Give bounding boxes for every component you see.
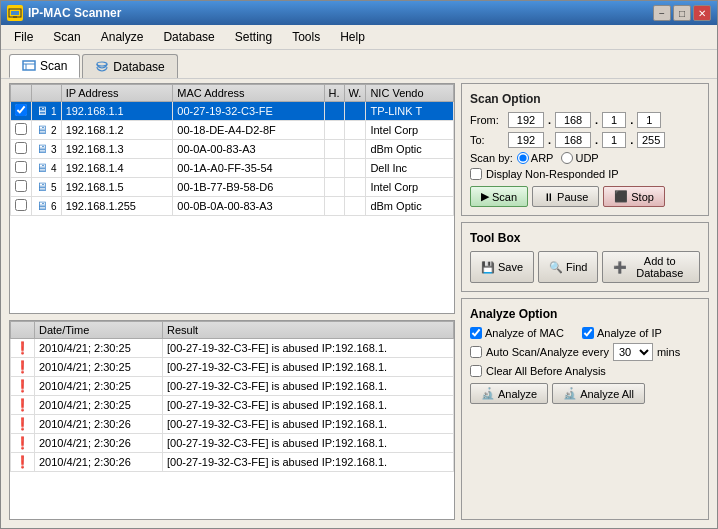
find-button[interactable]: 🔍 Find	[538, 251, 598, 283]
analyze-mac-label: Analyze of MAC	[485, 327, 564, 339]
menu-setting[interactable]: Setting	[226, 27, 281, 47]
table-row[interactable]: 🖥 3 192.168.1.3 00-0A-00-83-A3 dBm Optic	[11, 140, 454, 159]
database-tab-icon	[95, 60, 109, 74]
row-checkbox[interactable]	[15, 142, 27, 154]
analyze-button[interactable]: 🔬 Analyze	[470, 383, 548, 404]
alert-icon: ❗	[15, 455, 30, 469]
table-row[interactable]: 🖥 5 192.168.1.5 00-1B-77-B9-58-D6 Intel …	[11, 178, 454, 197]
row-mac: 00-1A-A0-FF-35-54	[173, 159, 324, 178]
to-ip-3[interactable]	[602, 132, 626, 148]
col-h: H.	[324, 85, 344, 102]
auto-scan-row: Auto Scan/Analyze every 30 60 120 mins	[470, 343, 700, 361]
from-ip-2[interactable]	[555, 112, 591, 128]
scan-table: IP Address MAC Address H. W. NIC Vendo 🖥…	[10, 84, 454, 216]
row-ip: 192.168.1.4	[61, 159, 173, 178]
auto-scan-interval[interactable]: 30 60 120	[613, 343, 653, 361]
row-w	[344, 102, 366, 121]
to-ip-1[interactable]	[508, 132, 544, 148]
computer-icon: 🖥	[36, 199, 48, 213]
close-button[interactable]: ✕	[693, 5, 711, 21]
table-row[interactable]: 🖥 6 192.168.1.255 00-0B-0A-00-83-A3 dBm …	[11, 197, 454, 216]
col-nic: NIC Vendo	[366, 85, 454, 102]
tab-scan-label: Scan	[40, 59, 67, 73]
menu-analyze[interactable]: Analyze	[92, 27, 153, 47]
row-num: 4	[51, 163, 57, 174]
pause-button[interactable]: ⏸ Pause	[532, 186, 599, 207]
minimize-button[interactable]: −	[653, 5, 671, 21]
analyze-ip-item: Analyze of IP	[582, 327, 690, 339]
from-ip-3[interactable]	[602, 112, 626, 128]
tab-database-label: Database	[113, 60, 164, 74]
scan-by-row: Scan by: ARP UDP	[470, 152, 700, 164]
row-nic: dBm Optic	[366, 197, 454, 216]
menu-help[interactable]: Help	[331, 27, 374, 47]
scan-button[interactable]: ▶ Scan	[470, 186, 528, 207]
from-ip-1[interactable]	[508, 112, 544, 128]
analyze-all-button[interactable]: 🔬 Analyze All	[552, 383, 645, 404]
log-row[interactable]: ❗ 2010/4/21; 2:30:25 [00-27-19-32-C3-FE]…	[11, 377, 454, 396]
to-label: To:	[470, 134, 504, 146]
log-row[interactable]: ❗ 2010/4/21; 2:30:26 [00-27-19-32-C3-FE]…	[11, 415, 454, 434]
log-row[interactable]: ❗ 2010/4/21; 2:30:25 [00-27-19-32-C3-FE]…	[11, 396, 454, 415]
table-row[interactable]: 🖥 1 192.168.1.1 00-27-19-32-C3-FE TP-LIN…	[11, 102, 454, 121]
row-h	[324, 102, 344, 121]
alert-icon: ❗	[15, 360, 30, 374]
log-datetime: 2010/4/21; 2:30:25	[35, 377, 163, 396]
row-checkbox[interactable]	[15, 161, 27, 173]
log-row[interactable]: ❗ 2010/4/21; 2:30:26 [00-27-19-32-C3-FE]…	[11, 453, 454, 472]
menu-file[interactable]: File	[5, 27, 42, 47]
analyze-checkboxes: Analyze of MAC Analyze of IP	[470, 327, 700, 339]
analyze-mac-checkbox[interactable]	[470, 327, 482, 339]
to-ip-2[interactable]	[555, 132, 591, 148]
log-result: [00-27-19-32-C3-FE] is abused IP:192.168…	[162, 434, 453, 453]
auto-scan-checkbox[interactable]	[470, 346, 482, 358]
table-row[interactable]: 🖥 4 192.168.1.4 00-1A-A0-FF-35-54 Dell I…	[11, 159, 454, 178]
log-row[interactable]: ❗ 2010/4/21; 2:30:25 [00-27-19-32-C3-FE]…	[11, 358, 454, 377]
toolbox: Tool Box 💾 Save 🔍 Find ➕ Add to Databa	[461, 222, 709, 292]
from-ip-4[interactable]	[637, 112, 661, 128]
menubar: File Scan Analyze Database Setting Tools…	[1, 25, 717, 50]
row-h	[324, 178, 344, 197]
row-num: 1	[51, 106, 57, 117]
svg-rect-1	[11, 11, 19, 15]
log-table-scroll[interactable]: Date/Time Result ❗ 2010/4/21; 2:30:25 [0…	[10, 321, 454, 519]
scan-table-scroll[interactable]: IP Address MAC Address H. W. NIC Vendo 🖥…	[10, 84, 454, 313]
row-num: 5	[51, 182, 57, 193]
log-result: [00-27-19-32-C3-FE] is abused IP:192.168…	[162, 339, 453, 358]
row-checkbox[interactable]	[15, 180, 27, 192]
table-row[interactable]: 🖥 2 192.168.1.2 00-18-DE-A4-D2-8F Intel …	[11, 121, 454, 140]
row-checkbox[interactable]	[15, 104, 27, 116]
log-row[interactable]: ❗ 2010/4/21; 2:30:25 [00-27-19-32-C3-FE]…	[11, 339, 454, 358]
maximize-button[interactable]: □	[673, 5, 691, 21]
row-checkbox[interactable]	[15, 199, 27, 211]
row-checkbox[interactable]	[15, 123, 27, 135]
scan-option-title: Scan Option	[470, 92, 700, 106]
log-datetime: 2010/4/21; 2:30:26	[35, 415, 163, 434]
save-button[interactable]: 💾 Save	[470, 251, 534, 283]
display-non-responded-label: Display Non-Responded IP	[486, 168, 619, 180]
clear-before-analysis-checkbox[interactable]	[470, 365, 482, 377]
display-non-responded-checkbox[interactable]	[470, 168, 482, 180]
alert-icon: ❗	[15, 417, 30, 431]
add-to-database-button[interactable]: ➕ Add to Database	[602, 251, 700, 283]
arp-radio[interactable]	[517, 152, 529, 164]
menu-scan[interactable]: Scan	[44, 27, 89, 47]
computer-icon: 🖥	[36, 104, 48, 118]
stop-button[interactable]: ⬛ Stop	[603, 186, 665, 207]
log-row[interactable]: ❗ 2010/4/21; 2:30:26 [00-27-19-32-C3-FE]…	[11, 434, 454, 453]
menu-database[interactable]: Database	[154, 27, 223, 47]
row-ip: 192.168.1.3	[61, 140, 173, 159]
tab-database[interactable]: Database	[82, 54, 177, 78]
udp-radio[interactable]	[561, 152, 573, 164]
computer-icon: 🖥	[36, 123, 48, 137]
to-ip-4[interactable]	[637, 132, 665, 148]
analyze-mac-item: Analyze of MAC	[470, 327, 578, 339]
tab-scan[interactable]: Scan	[9, 54, 80, 78]
menu-tools[interactable]: Tools	[283, 27, 329, 47]
row-w	[344, 140, 366, 159]
main-panels: IP Address MAC Address H. W. NIC Vendo 🖥…	[9, 83, 709, 520]
scan-option-box: Scan Option From: . . . To:	[461, 83, 709, 216]
analyze-ip-checkbox[interactable]	[582, 327, 594, 339]
col-icon	[32, 85, 62, 102]
row-ip: 192.168.1.5	[61, 178, 173, 197]
